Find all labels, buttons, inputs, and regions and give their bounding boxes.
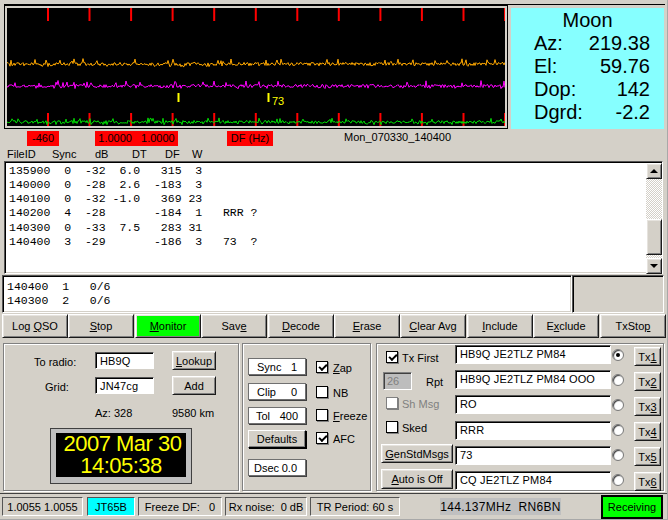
svg-text:73: 73: [272, 95, 284, 107]
